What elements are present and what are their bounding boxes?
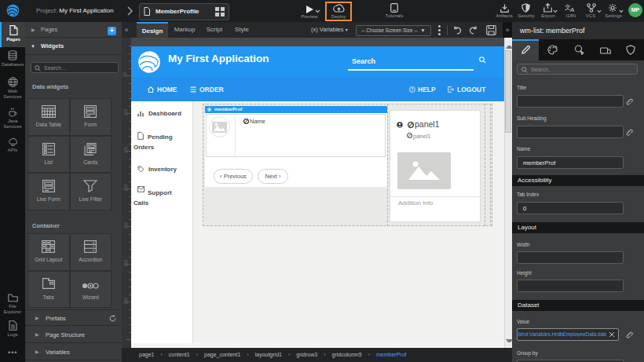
- svg-text:?: ?: [411, 87, 413, 92]
- svg-text:A: A: [570, 6, 575, 13]
